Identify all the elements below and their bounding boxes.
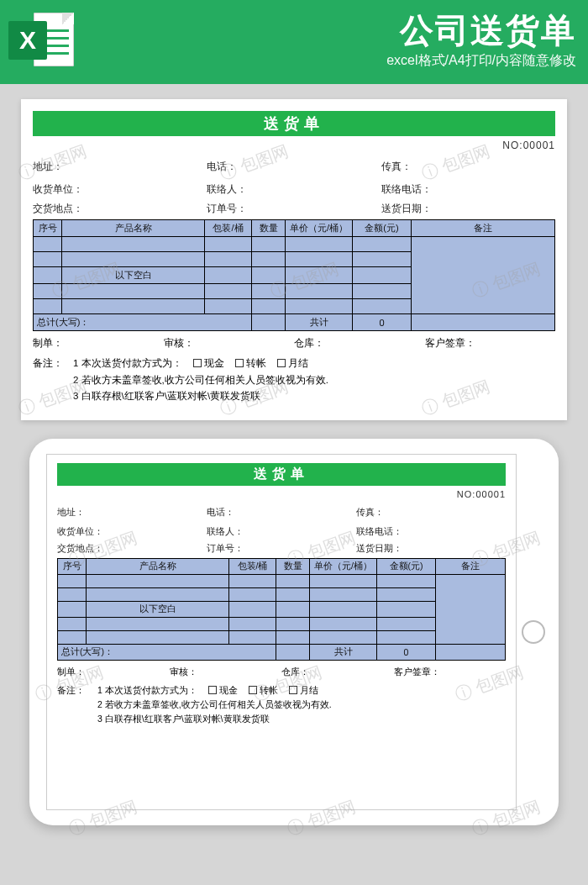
page-header: X 公司送货单 excel格式/A4打印/内容随意修改 (0, 0, 588, 84)
checkbox-cash-icon (193, 359, 202, 367)
doc-title: 送货单 (57, 463, 506, 486)
note-1-prefix: 1 本次送货付款方式为： (73, 358, 182, 368)
opt-transfer: 转帐 (246, 358, 266, 368)
col-name: 产品名称 (62, 220, 205, 237)
tablet-mockup: 送货单 NO:00001 地址： 电话： 传真： 收货单位： 联络人： 联络电话… (29, 439, 559, 825)
table-header-row: 序号 产品名称 包装/桶 数量 单价（元/桶） 金额(元) 备注 (34, 220, 555, 237)
signature-row: 制单： 审核： 仓库： 客户签章： (33, 336, 555, 350)
notes-label: 备注： (33, 356, 73, 372)
opt-monthly: 月结 (288, 358, 308, 368)
info-row-3: 交货地点： 订单号： 送货日期： (57, 542, 506, 555)
col-price: 单价（元/桶） (286, 220, 353, 237)
field-recv-unit: 收货单位： (33, 182, 207, 197)
total-label: 共计 (286, 314, 353, 331)
sig-warehouse: 仓库： (294, 336, 425, 350)
blank-below-cell: 以下空白 (62, 267, 205, 284)
table-header-row: 序号 产品名称 包装/桶 数量 单价（元/桶） 金额(元) 备注 (58, 558, 506, 574)
col-amt: 金额(元) (353, 220, 412, 237)
opt-cash: 现金 (204, 358, 224, 368)
page-title: 公司送货单 (386, 12, 576, 49)
checkbox-monthly-icon (277, 359, 286, 367)
col-seq: 序号 (34, 220, 62, 237)
sig-customer: 客户签章： (425, 336, 556, 350)
note-2: 2 若收方未盖章签收,收方公司任何相关人员签收视为有效. (73, 372, 328, 389)
field-contact: 联络人： (207, 182, 381, 197)
tablet-screen: 送货单 NO:00001 地址： 电话： 传真： 收货单位： 联络人： 联络电话… (46, 454, 517, 810)
page-subtitle: excel格式/A4打印/内容随意修改 (386, 52, 576, 70)
field-deliver-loc: 交货地点： (33, 202, 207, 216)
table-total-row: 总计(大写)： 共计 0 (34, 314, 555, 331)
doc-title: 送货单 (33, 111, 555, 136)
excel-x-badge: X (8, 21, 47, 60)
info-row-1: 地址： 电话： 传真： (57, 506, 506, 519)
document-preview-card: 送货单 NO:00001 地址： 电话： 传真： 收货单位： 联络人： 联络电话… (21, 99, 567, 420)
doc-number: NO:00001 (57, 489, 506, 499)
field-order-no: 订单号： (207, 202, 381, 216)
col-qty: 数量 (252, 220, 286, 237)
excel-file-icon: X (8, 8, 74, 73)
info-row-2: 收货单位： 联络人： 联络电话： (57, 525, 506, 538)
info-row-2: 收货单位： 联络人： 联络电话： (33, 182, 555, 197)
field-address: 地址： (33, 160, 207, 174)
info-row-1: 地址： 电话： 传真： (33, 160, 555, 174)
checkbox-monthly-icon (289, 686, 297, 694)
info-row-3: 交货地点： 订单号： 送货日期： (33, 202, 555, 216)
total-cn-label: 总计(大写)： (34, 314, 252, 331)
checkbox-cash-icon (208, 686, 217, 694)
note-3: 3 白联存根\红联客户\蓝联对帐\黄联发货联 (73, 388, 260, 405)
field-phone: 电话： (207, 160, 381, 174)
signature-row: 制单： 审核： 仓库： 客户签章： (57, 666, 506, 678)
table-total-row: 总计(大写)： 共计 0 (58, 644, 506, 660)
checkbox-transfer-icon (235, 359, 244, 367)
notes-block: 备注： 1 本次送货付款方式为： 现金 转帐 月结 2 若收方未盖章签收,收方公… (33, 356, 555, 405)
total-value: 0 (353, 314, 412, 331)
items-table: 序号 产品名称 包装/桶 数量 单价（元/桶） 金额(元) 备注 以下空白 总计… (57, 558, 506, 661)
table-row (58, 574, 506, 587)
field-deliver-date: 送货日期： (381, 202, 555, 216)
field-fax: 传真： (381, 160, 555, 174)
sig-audit: 审核： (164, 336, 295, 350)
notes-block: 备注： 1 本次送货付款方式为： 现金 转帐 月结 2 若收方未盖章签收,收方公… (57, 683, 506, 727)
checkbox-transfer-icon (249, 686, 257, 694)
items-table: 序号 产品名称 包装/桶 数量 单价（元/桶） 金额(元) 备注 以下空白 总计… (33, 219, 555, 331)
table-row (34, 237, 555, 252)
doc-number: NO:00001 (33, 140, 555, 151)
sig-maker: 制单： (33, 336, 164, 350)
field-contact-phone: 联络电话： (381, 182, 555, 197)
col-pack: 包装/桶 (205, 220, 252, 237)
col-note: 备注 (412, 220, 555, 237)
